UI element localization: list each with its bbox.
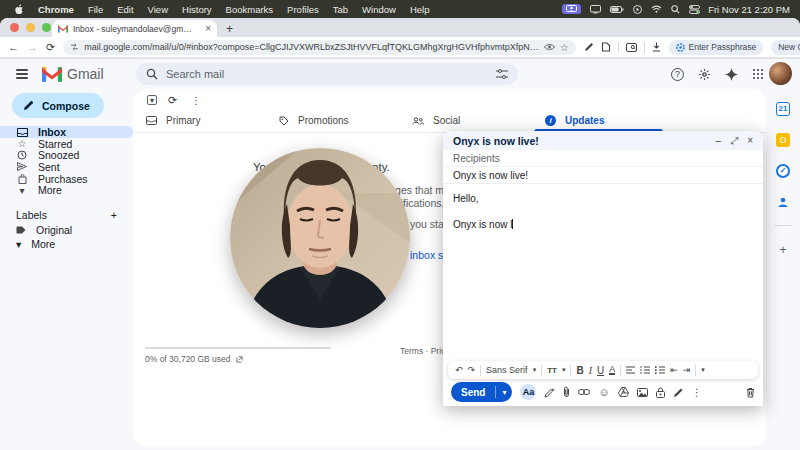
downloads-icon[interactable] xyxy=(652,42,661,52)
recipients-field[interactable]: Recipients xyxy=(443,150,763,167)
sidebar-item-purchases[interactable]: Purchases xyxy=(0,173,133,185)
enter-passphrase-button[interactable]: Enter Passphrase xyxy=(669,40,764,55)
browser-tab-inbox[interactable]: Inbox - suleymandolaev@gm… × xyxy=(52,20,217,37)
numbered-list-icon[interactable] xyxy=(640,366,650,374)
close-window-button[interactable] xyxy=(10,23,19,32)
address-bar[interactable]: mail.google.com/mail/u/0/#inbox?compose=… xyxy=(63,40,575,55)
create-label-icon[interactable]: + xyxy=(111,209,117,221)
signature-pen-icon[interactable] xyxy=(673,387,684,398)
text-color-icon[interactable]: A xyxy=(609,365,615,375)
menu-window[interactable]: Window xyxy=(355,4,403,15)
underline-icon[interactable]: U xyxy=(597,365,604,376)
label-item-original[interactable]: Original xyxy=(0,224,133,236)
tasks-icon[interactable]: ✓ xyxy=(776,163,791,178)
bold-icon[interactable]: B xyxy=(576,365,583,376)
account-avatar[interactable] xyxy=(769,62,792,85)
search-input[interactable] xyxy=(166,68,488,80)
send-button[interactable]: Send ▾ xyxy=(451,382,512,402)
menu-profiles[interactable]: Profiles xyxy=(280,4,326,15)
indent-more-icon[interactable]: ⇥ xyxy=(683,365,691,375)
sidebar-item-sent[interactable]: Sent xyxy=(0,161,133,173)
italic-icon[interactable]: I xyxy=(589,365,592,376)
more-formatting-icon[interactable]: ▾ xyxy=(701,366,705,374)
sidebar-item-snoozed[interactable]: Snoozed xyxy=(0,150,133,162)
spotlight-search-icon[interactable] xyxy=(671,5,680,14)
attach-file-icon[interactable] xyxy=(563,386,570,398)
battery-icon[interactable] xyxy=(610,6,624,13)
refresh-icon[interactable]: ⟳ xyxy=(168,94,177,107)
label-item-more[interactable]: ▾ More xyxy=(0,238,133,250)
zoom-window-button[interactable] xyxy=(42,23,51,32)
menu-history[interactable]: History xyxy=(175,4,219,15)
menu-tab[interactable]: Tab xyxy=(326,4,355,15)
sidebar-item-more[interactable]: ▾ More xyxy=(0,184,133,196)
control-center-icon[interactable] xyxy=(689,5,700,14)
drive-icon[interactable] xyxy=(618,387,629,397)
confidential-mode-icon[interactable] xyxy=(656,387,665,398)
menubar-clock[interactable]: Fri Nov 21 2:20 PM xyxy=(708,4,792,15)
bulleted-list-icon[interactable] xyxy=(655,366,665,374)
tab-close-icon[interactable]: × xyxy=(205,24,211,34)
redo-icon[interactable]: ↷ xyxy=(468,365,476,375)
compose-button[interactable]: Compose xyxy=(12,93,104,118)
list-more-icon[interactable]: ⋮ xyxy=(191,95,201,106)
subject-field[interactable]: Onyx is now live! xyxy=(443,167,763,184)
new-chrome-available-button[interactable]: New Chrome available xyxy=(771,40,800,55)
insert-link-icon[interactable] xyxy=(578,389,590,395)
tab-updates[interactable]: i Updates xyxy=(532,109,665,132)
search-options-icon[interactable] xyxy=(496,69,508,79)
main-menu-icon[interactable] xyxy=(16,69,28,79)
back-button[interactable]: ← xyxy=(8,41,19,53)
screen-sharing-icon[interactable] xyxy=(562,4,581,14)
formatting-options-icon[interactable]: Aa xyxy=(520,384,536,400)
gemini-icon[interactable] xyxy=(725,68,738,81)
keep-icon[interactable] xyxy=(776,132,791,147)
apple-menu-icon[interactable] xyxy=(8,4,31,15)
font-caret-icon[interactable]: ▾ xyxy=(533,366,537,374)
indent-less-icon[interactable]: ⇤ xyxy=(670,365,678,375)
webcam-overlay[interactable] xyxy=(230,148,410,328)
font-select[interactable]: Sans Serif xyxy=(486,365,528,375)
calendar-icon[interactable]: 21 xyxy=(776,101,791,116)
search-icon[interactable] xyxy=(146,68,158,80)
size-caret-icon[interactable]: ▾ xyxy=(562,366,566,374)
bookmark-star-icon[interactable]: ☆ xyxy=(560,42,569,53)
reload-button[interactable]: ⟳ xyxy=(46,41,55,54)
record-icon[interactable] xyxy=(633,5,642,14)
menu-edit[interactable]: Edit xyxy=(110,4,140,15)
sidebar-item-inbox[interactable]: Inbox xyxy=(0,126,133,138)
extension-pen-icon[interactable] xyxy=(584,42,594,52)
menu-file[interactable]: File xyxy=(81,4,110,15)
settings-gear-icon[interactable] xyxy=(698,68,711,81)
display-icon[interactable] xyxy=(590,5,601,14)
minimize-window-button[interactable] xyxy=(26,23,35,32)
more-options-icon[interactable]: ⋮ xyxy=(692,387,702,398)
discard-draft-icon[interactable] xyxy=(746,387,755,398)
get-addons-icon[interactable]: + xyxy=(779,242,787,257)
search-bar[interactable] xyxy=(136,63,518,85)
tab-primary[interactable]: Primary xyxy=(133,109,266,132)
help-me-write-icon[interactable] xyxy=(544,387,555,398)
open-in-new-icon[interactable] xyxy=(236,356,243,363)
insert-photo-icon[interactable] xyxy=(637,388,648,397)
menu-help[interactable]: Help xyxy=(403,4,437,15)
send-options-icon[interactable]: ▾ xyxy=(496,388,512,397)
contacts-icon[interactable] xyxy=(776,194,791,209)
menu-bookmarks[interactable]: Bookmarks xyxy=(219,4,281,15)
forward-button[interactable]: → xyxy=(27,41,38,53)
site-info-icon[interactable] xyxy=(70,43,79,51)
menu-view[interactable]: View xyxy=(141,4,175,15)
side-panel-icon[interactable] xyxy=(626,43,637,52)
text-size-icon[interactable]: TT xyxy=(547,366,557,375)
extension-tab-icon[interactable] xyxy=(601,42,611,52)
sidebar-item-starred[interactable]: ☆ Starred xyxy=(0,138,133,150)
select-caret-icon[interactable]: ▾ xyxy=(150,96,154,105)
tab-social[interactable]: Social xyxy=(399,109,532,132)
popout-icon[interactable]: ⤢ xyxy=(730,135,738,147)
undo-icon[interactable]: ↶ xyxy=(455,365,463,375)
new-tab-button[interactable]: + xyxy=(226,22,233,36)
tab-promotions[interactable]: Promotions xyxy=(266,109,399,132)
minimize-icon[interactable]: – xyxy=(716,135,722,146)
menu-chrome[interactable]: Chrome xyxy=(31,4,81,15)
compose-header[interactable]: Onyx is now live! – ⤢ × xyxy=(443,131,763,150)
